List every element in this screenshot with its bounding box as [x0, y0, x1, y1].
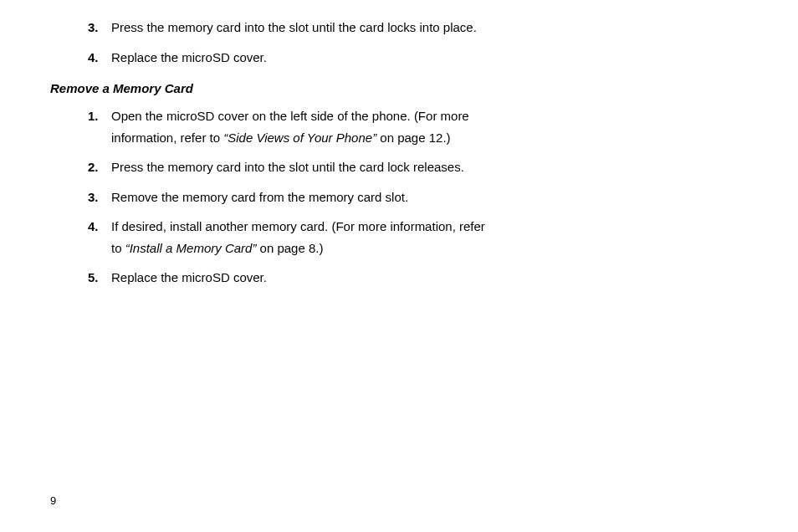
section-heading: Remove a Memory Card — [50, 81, 485, 95]
list-item: 4. If desired, install another memory ca… — [88, 216, 485, 258]
list-number: 1. — [88, 105, 111, 148]
text-segment: Replace the microSD cover. — [111, 270, 267, 284]
page-number: 9 — [50, 494, 56, 507]
text-segment: Remove the memory card from the memory c… — [111, 190, 408, 204]
list-text: If desired, install another memory card.… — [111, 216, 485, 258]
list-item: 3. Remove the memory card from the memor… — [88, 187, 485, 208]
list-number: 4. — [88, 47, 111, 69]
list-item: 2. Press the memory card into the slot u… — [88, 156, 485, 178]
list-number: 3. — [88, 17, 111, 38]
list-item: 1. Open the microSD cover on the left si… — [88, 105, 485, 148]
list-item: 3. Press the memory card into the slot u… — [88, 17, 485, 38]
list-number: 2. — [88, 156, 111, 178]
text-segment: on page 8.) — [256, 241, 323, 255]
list-item: 5. Replace the microSD cover. — [88, 267, 485, 289]
cross-reference: “Install a Memory Card” — [125, 241, 257, 255]
first-instruction-list: 3. Press the memory card into the slot u… — [50, 17, 485, 68]
list-text: Open the microSD cover on the left side … — [111, 105, 485, 148]
page-content: 3. Press the memory card into the slot u… — [50, 17, 485, 289]
text-segment: Press the memory card into the slot unti… — [111, 20, 477, 34]
text-segment: Replace the microSD cover. — [111, 50, 267, 64]
text-segment: on page 12.) — [376, 130, 450, 145]
text-segment: Press the memory card into the slot unti… — [111, 160, 464, 174]
list-number: 3. — [88, 187, 111, 208]
list-text: Press the memory card into the slot unti… — [111, 156, 485, 178]
list-text: Replace the microSD cover. — [111, 267, 485, 289]
second-instruction-list: 1. Open the microSD cover on the left si… — [50, 105, 485, 289]
list-text: Replace the microSD cover. — [111, 47, 485, 69]
list-number: 5. — [88, 267, 111, 289]
list-text: Remove the memory card from the memory c… — [111, 187, 485, 208]
list-text: Press the memory card into the slot unti… — [111, 17, 485, 38]
list-number: 4. — [88, 216, 111, 258]
cross-reference: “Side Views of Your Phone” — [223, 130, 376, 145]
list-item: 4. Replace the microSD cover. — [88, 47, 485, 69]
